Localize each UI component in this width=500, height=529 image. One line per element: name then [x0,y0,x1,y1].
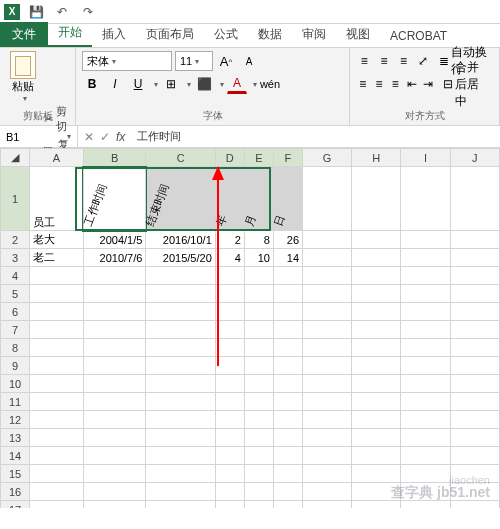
group-clipboard: 粘贴 ▾ ✂剪切 ⿻复制 🖌格式刷 剪贴板 [0,48,76,125]
font-size-combo[interactable]: 11▾ [175,51,213,71]
col-header-C[interactable]: C [146,149,215,167]
cell-G1[interactable] [303,167,352,231]
col-header-H[interactable]: H [352,149,401,167]
cell-D3[interactable]: 4 [215,249,244,267]
cell-E3[interactable]: 10 [244,249,273,267]
cell-F3[interactable]: 14 [273,249,302,267]
row-header-8[interactable]: 8 [1,339,30,357]
cell-B3[interactable]: 2010/7/6 [83,249,146,267]
paste-button[interactable]: 粘贴 ▾ [6,51,40,103]
column-header-row: ◢ A B C D E F G H I J [1,149,500,167]
row-header-5[interactable]: 5 [1,285,30,303]
tab-acrobat[interactable]: ACROBAT [380,25,457,47]
redo-button[interactable]: ↷ [78,2,98,22]
font-color-button[interactable]: A [227,74,247,94]
grow-font-button[interactable]: A^ [216,51,236,71]
cell-C1[interactable]: 结束时间 [146,167,215,231]
group-font: 宋体▾ 11▾ A^ A B I U ▾ ⊞ ▾ ⬛ ▾ A ▾ wén 字体 [76,48,350,125]
col-header-B[interactable]: B [83,149,146,167]
col-header-I[interactable]: I [401,149,450,167]
row-header-7[interactable]: 7 [1,321,30,339]
tab-home[interactable]: 开始 [48,20,92,47]
cancel-icon[interactable]: ✕ [84,130,94,144]
shrink-font-button[interactable]: A [239,51,259,71]
select-all-corner[interactable]: ◢ [1,149,30,167]
table-row: 3 老二 2010/7/6 2015/5/20 4 10 14 [1,249,500,267]
app-icon: X [4,4,20,20]
tab-insert[interactable]: 插入 [92,22,136,47]
col-header-F[interactable]: F [273,149,302,167]
row-header-11[interactable]: 11 [1,393,30,411]
indent-dec-button[interactable]: ⇤ [405,74,418,94]
row-header-13[interactable]: 13 [1,429,30,447]
indent-inc-button[interactable]: ⇥ [421,74,434,94]
undo-button[interactable]: ↶ [52,2,72,22]
col-header-J[interactable]: J [450,149,499,167]
cell-C3[interactable]: 2015/5/20 [146,249,215,267]
cell-E1[interactable]: 月 [244,167,273,231]
cell-F1[interactable]: 日 [273,167,302,231]
align-center-button[interactable]: ≡ [372,74,385,94]
align-middle-button[interactable]: ≡ [376,51,393,71]
row-header-9[interactable]: 9 [1,357,30,375]
align-right-button[interactable]: ≡ [389,74,402,94]
row-header-2[interactable]: 2 [1,231,30,249]
font-name-combo[interactable]: 宋体▾ [82,51,172,71]
fx-icon[interactable]: fx [116,130,125,144]
row-header-16[interactable]: 16 [1,483,30,501]
row-header-17[interactable]: 17 [1,501,30,509]
group-label-clipboard: 剪贴板 [0,109,75,123]
tab-formula[interactable]: 公式 [204,22,248,47]
chevron-down-icon[interactable]: ▾ [220,80,224,89]
paste-label: 粘贴 [12,79,34,94]
cell-C2[interactable]: 2016/10/1 [146,231,215,249]
row-header-14[interactable]: 14 [1,447,30,465]
row-header-3[interactable]: 3 [1,249,30,267]
italic-button[interactable]: I [105,74,125,94]
tab-file[interactable]: 文件 [0,22,48,47]
phonetic-button[interactable]: wén [260,74,280,94]
align-top-button[interactable]: ≡ [356,51,373,71]
ribbon: 粘贴 ▾ ✂剪切 ⿻复制 🖌格式刷 剪贴板 宋体▾ 11▾ A^ A B I U… [0,48,500,126]
col-header-A[interactable]: A [30,149,84,167]
ribbon-tabs: 文件 开始 插入 页面布局 公式 数据 审阅 视图 ACROBAT [0,24,500,48]
align-bottom-button[interactable]: ≡ [395,51,412,71]
col-header-G[interactable]: G [303,149,352,167]
cell-A3[interactable]: 老二 [30,249,84,267]
align-left-button[interactable]: ≡ [356,74,369,94]
enter-icon[interactable]: ✓ [100,130,110,144]
chevron-down-icon[interactable]: ▾ [154,80,158,89]
row-header-4[interactable]: 4 [1,267,30,285]
grid[interactable]: ◢ A B C D E F G H I J 1 员工 工作时间 结束时间 年 月… [0,148,500,508]
cell-A2[interactable]: 老大 [30,231,84,249]
fill-color-button[interactable]: ⬛ [194,74,214,94]
col-header-D[interactable]: D [215,149,244,167]
cell-B2[interactable]: 2004/1/5 [83,231,146,249]
row-header-1[interactable]: 1 [1,167,30,231]
row-header-10[interactable]: 10 [1,375,30,393]
col-header-E[interactable]: E [244,149,273,167]
underline-button[interactable]: U [128,74,148,94]
cell-D1[interactable]: 年 [215,167,244,231]
cell-F2[interactable]: 26 [273,231,302,249]
chevron-down-icon[interactable]: ▾ [187,80,191,89]
group-align: ≡ ≡ ≡ ⤢ ≣自动换行 ≡ ≡ ≡ ⇤ ⇥ ⊟合并后居中 对齐方式 [350,48,500,125]
save-button[interactable]: 💾 [26,2,46,22]
cell-B1[interactable]: 工作时间 [83,167,146,231]
chevron-down-icon[interactable]: ▾ [253,80,257,89]
orientation-button[interactable]: ⤢ [415,51,432,71]
formula-input[interactable]: 工作时间 [131,129,187,144]
tab-layout[interactable]: 页面布局 [136,22,204,47]
border-button[interactable]: ⊞ [161,74,181,94]
merge-center-button[interactable]: ⊟合并后居中 [438,74,493,94]
cell-A1[interactable]: 员工 [30,167,84,231]
row-header-6[interactable]: 6 [1,303,30,321]
cell-D2[interactable]: 2 [215,231,244,249]
tab-data[interactable]: 数据 [248,22,292,47]
tab-view[interactable]: 视图 [336,22,380,47]
cell-E2[interactable]: 8 [244,231,273,249]
row-header-12[interactable]: 12 [1,411,30,429]
bold-button[interactable]: B [82,74,102,94]
tab-review[interactable]: 审阅 [292,22,336,47]
row-header-15[interactable]: 15 [1,465,30,483]
